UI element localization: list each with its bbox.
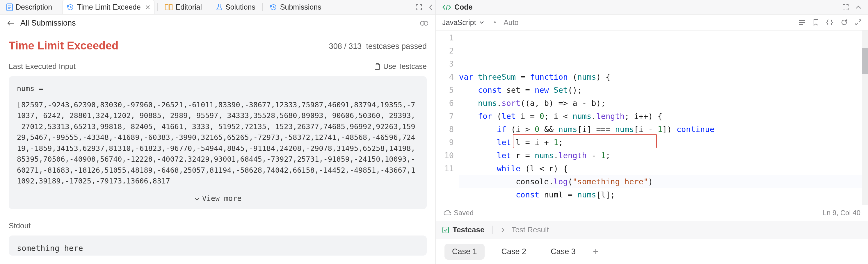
code-line[interactable]: nums.sort((a, b) => a - b);	[459, 97, 868, 110]
testcase-tab[interactable]: Testcase	[442, 225, 484, 234]
code-line[interactable]: let r = nums.length - 1;	[459, 149, 868, 162]
input-varname: nums =	[17, 83, 418, 94]
code-icon	[442, 4, 452, 11]
chevron-down-icon	[194, 197, 200, 201]
book-icon	[165, 4, 173, 10]
reset-icon[interactable]	[841, 19, 848, 26]
tab-label: Time Limit Exceede	[77, 3, 141, 11]
code-header: Code	[436, 0, 868, 14]
stdout-value: something here	[17, 244, 83, 253]
link-icon[interactable]	[420, 20, 429, 27]
collapse-left-icon[interactable]	[429, 4, 433, 11]
svg-rect-17	[443, 227, 448, 233]
input-array: [82597,-9243,62390,83030,-97960,-26521,-…	[17, 99, 418, 187]
passed-fraction: 308 / 313	[329, 42, 362, 51]
tab-submissions[interactable]: Submissions	[266, 0, 326, 14]
fullscreen-icon[interactable]	[842, 4, 849, 10]
stdout-box: something here	[9, 235, 427, 256]
panel-tabs: Testcase Test Result	[436, 221, 868, 239]
section-title: Last Executed Input	[9, 62, 75, 71]
result-title: Time Limit Exceeded	[9, 39, 118, 52]
language-bar: JavaScript Auto	[436, 14, 868, 31]
saved-label: Saved	[454, 209, 473, 217]
description-icon	[6, 3, 13, 11]
code-line[interactable]: while (l < r) {	[459, 162, 868, 175]
chevron-down-icon	[479, 21, 484, 24]
tab-label: Submissions	[280, 3, 321, 11]
input-box: nums = [82597,-9243,62390,83030,-97960,-…	[9, 76, 427, 209]
clipboard-icon	[374, 63, 380, 70]
passed-suffix: testcases passed	[366, 42, 427, 51]
testcase-label: Testcase	[453, 225, 484, 234]
auto-label[interactable]: Auto	[503, 18, 518, 27]
code-line[interactable]: const numl = nums[l];	[459, 188, 868, 201]
history-icon	[67, 3, 74, 11]
highlight-box	[513, 134, 657, 148]
fullscreen-icon[interactable]	[416, 4, 422, 10]
left-pane: Description Time Limit Exceede Editorial…	[0, 0, 436, 264]
code-title: Code	[454, 3, 473, 11]
tab-label: Description	[16, 3, 52, 11]
case-3-button[interactable]: Case 3	[543, 244, 583, 260]
scrollbar[interactable]	[862, 31, 868, 205]
case-2-button[interactable]: Case 2	[494, 244, 534, 260]
flask-icon	[216, 3, 222, 11]
history-bar: All Submissions	[0, 14, 435, 32]
stdout-label: Stdout	[9, 221, 427, 230]
svg-line-11	[446, 5, 447, 10]
tab-description[interactable]: Description	[2, 0, 56, 14]
case-1-button[interactable]: Case 1	[444, 244, 485, 260]
tab-separator	[209, 3, 209, 11]
code-line[interactable]: var threeSum = function (nums) {	[459, 70, 868, 84]
format-icon[interactable]	[799, 19, 806, 26]
code-line[interactable]: console.log("something here")	[459, 175, 868, 188]
cursor-position: Ln 9, Col 40	[823, 209, 861, 217]
right-pane: Code JavaScript Auto 12	[436, 0, 868, 264]
language-select[interactable]: JavaScript	[442, 18, 484, 27]
tab-label: Solutions	[225, 3, 255, 11]
svg-line-15	[859, 20, 861, 22]
last-executed-input-label: Last Executed Input Use Testcase	[9, 62, 427, 71]
test-result-label: Test Result	[512, 225, 549, 234]
tab-separator	[262, 3, 263, 11]
use-testcase-label: Use Testcase	[383, 62, 427, 71]
status-bar: Saved Ln 9, Col 40	[436, 205, 868, 221]
back-arrow-icon[interactable]	[7, 20, 14, 26]
close-icon[interactable]	[146, 5, 150, 9]
terminal-icon	[501, 227, 508, 233]
tab-solutions[interactable]: Solutions	[212, 0, 259, 14]
view-more-label: View more	[202, 194, 242, 203]
tab-bar: Description Time Limit Exceede Editorial…	[0, 0, 435, 14]
case-bar: Case 1 Case 2 Case 3	[436, 239, 868, 264]
test-result-tab[interactable]: Test Result	[501, 225, 549, 234]
check-square-icon	[442, 227, 449, 233]
code-line[interactable]: const set = new Set();	[459, 84, 868, 97]
tab-editorial[interactable]: Editorial	[161, 0, 206, 14]
language-name: JavaScript	[442, 18, 476, 27]
testcase-count: 308 / 313 testcases passed	[329, 42, 427, 51]
braces-icon[interactable]	[826, 19, 833, 26]
left-content: Time Limit Exceeded 308 / 313 testcases …	[0, 32, 435, 264]
all-submissions-link[interactable]: All Submissions	[20, 19, 76, 28]
expand-icon[interactable]	[855, 19, 862, 26]
code-area[interactable]: var threeSum = function (nums) { const s…	[459, 31, 868, 205]
cloud-icon	[443, 210, 451, 216]
code-editor[interactable]: 1234567891011 var threeSum = function (n…	[436, 31, 868, 205]
code-line[interactable]: const numr = nums[r];	[459, 201, 868, 205]
tab-separator	[59, 3, 59, 11]
tab-separator	[157, 3, 158, 11]
tab-label: Editorial	[176, 3, 202, 11]
svg-line-16	[856, 23, 858, 25]
add-case-button[interactable]	[592, 248, 599, 255]
use-testcase-button[interactable]: Use Testcase	[374, 62, 427, 71]
gutter: 1234567891011	[436, 31, 459, 205]
history-icon	[270, 3, 277, 11]
chevron-up-icon[interactable]	[855, 5, 862, 9]
code-line[interactable]: for (let i = 0; i < nums.length; i++) {	[459, 110, 868, 123]
tab-time-limit-exceeded[interactable]: Time Limit Exceede	[62, 0, 154, 14]
view-more-button[interactable]: View more	[17, 193, 418, 204]
dot-separator	[490, 18, 498, 27]
bookmark-icon[interactable]	[813, 19, 818, 26]
